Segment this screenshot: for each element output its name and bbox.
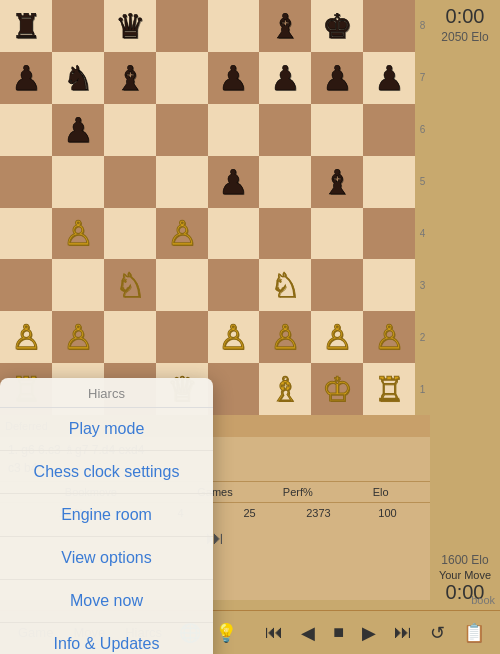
square-g8[interactable]: ♚ (311, 0, 363, 52)
square-e7[interactable]: ♟ (208, 52, 260, 104)
your-move-label: Your Move (439, 569, 491, 581)
square-a3[interactable] (0, 259, 52, 311)
square-a4[interactable] (0, 208, 52, 260)
square-h6[interactable] (363, 104, 415, 156)
chess-piece: ♟ (218, 61, 248, 95)
dropdown-menu: Hiarcs Play mode Chess clock settings En… (0, 378, 213, 654)
square-f4[interactable] (259, 208, 311, 260)
square-h4[interactable] (363, 208, 415, 260)
menu-item-engine-room[interactable]: Engine room (0, 494, 213, 537)
square-g3[interactable] (311, 259, 363, 311)
book-perf: 25 (215, 507, 284, 519)
square-g6[interactable] (311, 104, 363, 156)
chess-piece: ♗ (270, 372, 300, 406)
chess-piece: ♝ (115, 61, 145, 95)
square-d8[interactable] (156, 0, 208, 52)
square-a2[interactable]: ♙ (0, 311, 52, 363)
menu-item-chess-clock[interactable]: Chess clock settings (0, 451, 213, 494)
square-g7[interactable]: ♟ (311, 52, 363, 104)
square-e5[interactable]: ♟ (208, 156, 260, 208)
chess-piece: ♜ (11, 9, 41, 43)
square-f2[interactable]: ♙ (259, 311, 311, 363)
chess-piece: ♟ (218, 165, 248, 199)
square-c8[interactable]: ♛ (104, 0, 156, 52)
menu-item-info-updates[interactable]: Info & Updates (0, 623, 213, 654)
playback-controls: ⏮ ◀ ■ ▶ ⏭ ↺ 📋 (260, 620, 490, 646)
nav-end-icon[interactable]: ⏭ (389, 620, 417, 645)
rank-7: 7 (415, 52, 430, 104)
square-c2[interactable] (104, 311, 156, 363)
square-a7[interactable]: ♟ (0, 52, 52, 104)
nav-start-icon[interactable]: ⏮ (260, 620, 288, 645)
rank-3: 3 (415, 259, 430, 311)
square-g2[interactable]: ♙ (311, 311, 363, 363)
square-c4[interactable] (104, 208, 156, 260)
square-a8[interactable]: ♜ (0, 0, 52, 52)
chess-piece: ♘ (270, 268, 300, 302)
menu-item-play-mode[interactable]: Play mode (0, 408, 213, 451)
nav-flip-icon[interactable]: ↺ (425, 620, 450, 646)
square-b5[interactable] (52, 156, 104, 208)
square-c6[interactable] (104, 104, 156, 156)
square-g5[interactable]: ♝ (311, 156, 363, 208)
chess-board[interactable]: ♜♛♝♚♟♞♝♟♟♟♟♟♟♝♙♙♘♘♙♙♙♙♙♙♖♕♗♔♖ (0, 0, 415, 415)
nav-stop-icon[interactable]: ■ (328, 620, 349, 645)
square-g4[interactable] (311, 208, 363, 260)
menu-item-view-options[interactable]: View options (0, 537, 213, 580)
square-h3[interactable] (363, 259, 415, 311)
square-d2[interactable] (156, 311, 208, 363)
nav-extra-icon[interactable]: 📋 (458, 620, 490, 646)
square-b6[interactable]: ♟ (52, 104, 104, 156)
square-b2[interactable]: ♙ (52, 311, 104, 363)
square-b4[interactable]: ♙ (52, 208, 104, 260)
square-d7[interactable] (156, 52, 208, 104)
square-h5[interactable] (363, 156, 415, 208)
square-d5[interactable] (156, 156, 208, 208)
square-e3[interactable] (208, 259, 260, 311)
square-c5[interactable] (104, 156, 156, 208)
square-d6[interactable] (156, 104, 208, 156)
rank-6: 6 (415, 104, 430, 156)
chess-piece: ♖ (374, 372, 404, 406)
square-f8[interactable]: ♝ (259, 0, 311, 52)
square-d4[interactable]: ♙ (156, 208, 208, 260)
square-a6[interactable] (0, 104, 52, 156)
square-h2[interactable]: ♙ (363, 311, 415, 363)
nav-prev-icon[interactable]: ◀ (296, 620, 320, 646)
menu-item-move-now[interactable]: Move now (0, 580, 213, 623)
square-e6[interactable] (208, 104, 260, 156)
nav-next-icon[interactable]: ▶ (357, 620, 381, 646)
bulb-icon[interactable]: 💡 (210, 620, 242, 646)
square-e2[interactable]: ♙ (208, 311, 260, 363)
square-g1[interactable]: ♔ (311, 363, 363, 415)
square-c7[interactable]: ♝ (104, 52, 156, 104)
chess-piece: ♙ (374, 320, 404, 354)
square-e8[interactable] (208, 0, 260, 52)
square-e1[interactable] (208, 363, 260, 415)
square-f3[interactable]: ♘ (259, 259, 311, 311)
chess-piece: ♝ (270, 9, 300, 43)
book-header-perf: Perf% (256, 486, 339, 498)
square-a5[interactable] (0, 156, 52, 208)
square-b8[interactable] (52, 0, 104, 52)
chess-board-area: ♜♛♝♚♟♞♝♟♟♟♟♟♟♝♙♙♘♘♙♙♙♙♙♙♖♕♗♔♖ 8 7 6 5 4 … (0, 0, 430, 430)
square-e4[interactable] (208, 208, 260, 260)
chess-piece: ♙ (63, 216, 93, 250)
square-f1[interactable]: ♗ (259, 363, 311, 415)
square-h8[interactable] (363, 0, 415, 52)
chess-piece: ♙ (167, 216, 197, 250)
square-b7[interactable]: ♞ (52, 52, 104, 104)
square-d3[interactable] (156, 259, 208, 311)
square-b3[interactable] (52, 259, 104, 311)
square-h7[interactable]: ♟ (363, 52, 415, 104)
chess-piece: ♙ (11, 320, 41, 354)
square-h1[interactable]: ♖ (363, 363, 415, 415)
square-c3[interactable]: ♘ (104, 259, 156, 311)
square-f5[interactable] (259, 156, 311, 208)
chess-piece: ♙ (63, 320, 93, 354)
top-time: 0:00 (446, 5, 485, 28)
chess-piece: ♞ (63, 61, 93, 95)
square-f7[interactable]: ♟ (259, 52, 311, 104)
rank-5: 5 (415, 156, 430, 208)
square-f6[interactable] (259, 104, 311, 156)
